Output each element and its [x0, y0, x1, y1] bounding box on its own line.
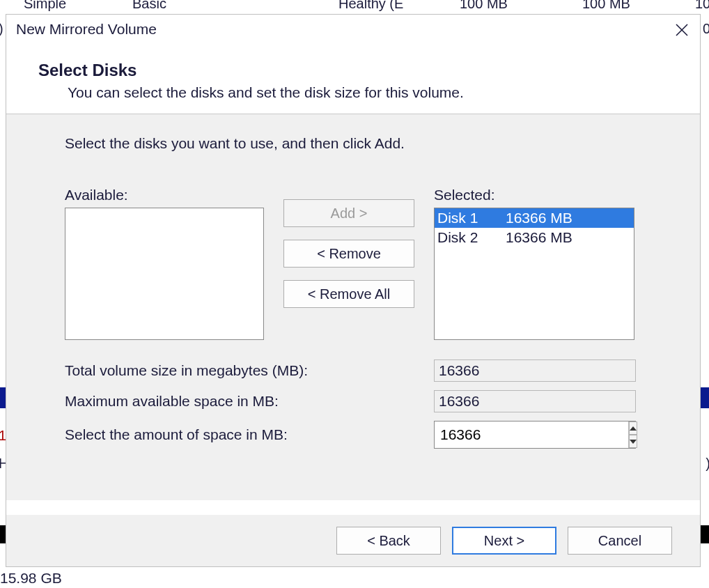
wizard-footer: < Back Next > Cancel	[6, 515, 700, 566]
list-item[interactable]: Disk 216366 MB	[435, 228, 634, 247]
background-bottom-size: 15.98 GB	[0, 570, 62, 587]
close-button[interactable]	[671, 19, 693, 41]
titlebar: New Mirrored Volume	[6, 15, 700, 44]
total-size-row: Total volume size in megabytes (MB): 163…	[65, 359, 646, 382]
bg-col-simple: Simple	[24, 0, 66, 12]
wizard-subheading: You can select the disks and set the dis…	[38, 84, 672, 101]
total-size-label: Total volume size in megabytes (MB):	[65, 362, 434, 379]
selected-column: Selected: Disk 116366 MBDisk 216366 MB	[434, 187, 634, 340]
amount-label: Select the amount of space in MB:	[65, 426, 434, 443]
wizard-body: Select the disks you want to use, and th…	[6, 114, 700, 500]
spin-down-button[interactable]	[629, 435, 637, 448]
instruction-text: Select the disks you want to use, and th…	[65, 135, 646, 152]
bg-right-paren: )	[706, 456, 709, 472]
dialog-title: New Mirrored Volume	[16, 21, 157, 38]
spin-up-button[interactable]	[629, 421, 637, 435]
total-size-value: 16366	[434, 359, 636, 382]
available-label: Available:	[65, 187, 264, 203]
selected-label: Selected:	[434, 187, 634, 203]
size-fields: Total volume size in megabytes (MB): 163…	[65, 359, 646, 449]
available-listbox[interactable]	[65, 208, 264, 340]
selected-listbox[interactable]: Disk 116366 MBDisk 216366 MB	[434, 208, 634, 340]
bg-right-0: 0	[703, 21, 709, 37]
list-item[interactable]: Disk 116366 MB	[435, 208, 634, 228]
available-column: Available:	[65, 187, 264, 340]
bg-col-size2: 100 MB	[582, 0, 630, 12]
max-space-row: Maximum available space in MB: 16366	[65, 390, 646, 412]
amount-spinner[interactable]	[434, 421, 636, 449]
bg-col-basic: Basic	[132, 0, 166, 12]
bg-left-paren: )	[0, 21, 3, 37]
remove-button[interactable]: < Remove	[283, 240, 414, 268]
amount-row: Select the amount of space in MB:	[65, 421, 646, 449]
amount-input[interactable]	[435, 421, 628, 448]
cancel-button[interactable]: Cancel	[568, 527, 672, 555]
bg-col-size1: 100 MB	[460, 0, 508, 12]
new-mirrored-volume-dialog: New Mirrored Volume Select Disks You can…	[6, 14, 701, 567]
max-space-value: 16366	[434, 390, 636, 412]
bg-col-healthy: Healthy (E	[338, 0, 403, 12]
max-space-label: Maximum available space in MB:	[65, 393, 434, 410]
add-button[interactable]: Add >	[283, 199, 414, 227]
wizard-header: Select Disks You can select the disks an…	[6, 44, 700, 114]
back-button[interactable]: < Back	[336, 527, 441, 555]
spin-buttons	[628, 421, 637, 448]
transfer-buttons: Add > < Remove < Remove All	[283, 199, 414, 308]
remove-all-button[interactable]: < Remove All	[283, 280, 414, 308]
svg-marker-2	[630, 426, 637, 431]
bg-col-size3: 10	[695, 0, 709, 12]
wizard-heading: Select Disks	[38, 61, 672, 80]
next-button[interactable]: Next >	[452, 527, 556, 555]
chevron-up-icon	[630, 426, 637, 431]
disk-picker: Available: Add > < Remove < Remove All S…	[65, 187, 646, 340]
svg-marker-3	[630, 440, 637, 444]
background-header: Simple Basic Healthy (E 100 MB 100 MB 10	[0, 0, 709, 15]
close-icon	[675, 23, 689, 37]
chevron-down-icon	[630, 440, 637, 444]
